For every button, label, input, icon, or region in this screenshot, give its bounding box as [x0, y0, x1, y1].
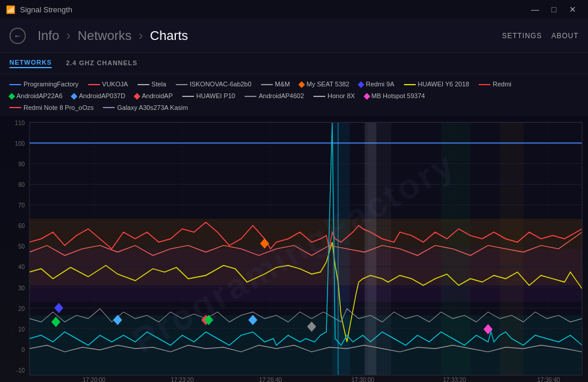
- header-nav: ← Info › Networks › Charts SETTINGS ABOU…: [0, 19, 588, 53]
- legend-item: Redmi Note 8 Pro_oOzs: [9, 102, 93, 114]
- legend-item: VUKOJA: [88, 79, 128, 91]
- svg-text:-10: -10: [16, 367, 25, 374]
- legend-line-icon: [245, 96, 256, 97]
- header-right: SETTINGS ABOUT: [502, 32, 579, 40]
- nav-sep-1: ›: [66, 28, 71, 43]
- legend-label: Redmi Note 8 Pro_oOzs: [24, 102, 93, 114]
- legend-label: Stela: [152, 79, 166, 91]
- svg-text:17:33:20: 17:33:20: [443, 376, 466, 382]
- svg-text:50: 50: [18, 243, 25, 250]
- titlebar-left: 📶 Signal Strength: [6, 5, 72, 14]
- legend-line-icon: [103, 107, 115, 108]
- svg-text:110: 110: [15, 119, 25, 127]
- legend-item: AndroidAP037D: [72, 91, 125, 102]
- nav-info[interactable]: Info: [33, 28, 64, 43]
- legend-label: ISKONOVAC-6ab2b0: [190, 79, 252, 91]
- chart-container: ProgramingFactory: [0, 116, 588, 382]
- svg-rect-9: [500, 123, 523, 376]
- legend-diamond-icon: [358, 81, 365, 88]
- svg-text:17:26:40: 17:26:40: [259, 376, 282, 382]
- legend-line-icon: [261, 84, 273, 85]
- close-button[interactable]: ✕: [563, 3, 582, 16]
- legend: ProgramingFactoryVUKOJAStelaISKONOVAC-6a…: [0, 74, 588, 116]
- legend-label: AndroidAP: [142, 91, 173, 102]
- legend-label: M&M: [275, 79, 290, 91]
- nav-networks[interactable]: Networks: [73, 28, 136, 43]
- tab-networks[interactable]: NETWORKS: [9, 59, 52, 68]
- svg-rect-4: [29, 316, 582, 376]
- svg-text:20: 20: [18, 304, 25, 312]
- legend-label: HUAWEI P10: [196, 91, 235, 102]
- signal-chart: 110 100 90 80 70 60 50 40 30 20 10 0 -10…: [0, 116, 588, 382]
- svg-text:40: 40: [18, 263, 25, 271]
- minimize-button[interactable]: —: [526, 3, 544, 16]
- legend-item: Stela: [138, 79, 166, 91]
- legend-line-icon: [479, 84, 490, 85]
- legend-line-icon: [404, 84, 416, 85]
- svg-text:70: 70: [18, 202, 25, 209]
- svg-text:17:23:20: 17:23:20: [171, 376, 194, 382]
- svg-text:17:20:00: 17:20:00: [83, 376, 106, 382]
- legend-label: Honor 8X: [328, 91, 355, 102]
- legend-item: HUAWEI P10: [182, 91, 235, 102]
- legend-diamond-icon: [8, 93, 15, 99]
- legend-line-icon: [182, 96, 194, 97]
- app-title: Signal Strength: [20, 5, 72, 14]
- svg-text:10: 10: [18, 325, 25, 333]
- svg-text:0: 0: [21, 346, 25, 354]
- subtabs: NETWORKS 2.4 GHZ CHANNELS: [0, 53, 588, 74]
- legend-line-icon: [9, 84, 21, 85]
- legend-item: MB Hotspot 59374: [365, 91, 425, 102]
- svg-text:17:30:00: 17:30:00: [352, 376, 375, 382]
- svg-text:17:36:40: 17:36:40: [537, 376, 560, 382]
- maximize-button[interactable]: □: [544, 3, 563, 16]
- legend-item: HUAWEI Y6 2018: [404, 79, 469, 91]
- legend-label: AndroidAP4602: [259, 91, 304, 102]
- legend-line-icon: [88, 84, 100, 85]
- back-button[interactable]: ←: [9, 28, 26, 44]
- window-controls: — □ ✕: [526, 3, 582, 16]
- svg-text:90: 90: [18, 160, 25, 168]
- legend-label: HUAWEI Y6 2018: [418, 79, 469, 91]
- legend-line-icon: [313, 96, 325, 97]
- svg-rect-8: [441, 123, 470, 376]
- legend-diamond-icon: [299, 81, 305, 88]
- svg-marker-49: [365, 123, 376, 376]
- about-link[interactable]: ABOUT: [552, 32, 579, 40]
- legend-label: My SEAT 5382: [306, 79, 349, 91]
- legend-item: Honor 8X: [313, 91, 355, 102]
- legend-label: VUKOJA: [102, 79, 128, 91]
- svg-text:80: 80: [18, 181, 25, 189]
- legend-line-icon: [138, 84, 149, 85]
- nav-charts[interactable]: Charts: [145, 28, 193, 43]
- legend-diamond-icon: [363, 93, 370, 99]
- legend-label: ProgramingFactory: [24, 79, 79, 91]
- legend-item: AndroidAP4602: [245, 91, 304, 102]
- titlebar: 📶 Signal Strength — □ ✕: [0, 0, 588, 19]
- legend-label: Redmi: [493, 79, 512, 91]
- svg-text:30: 30: [18, 284, 25, 291]
- legend-item: ISKONOVAC-6ab2b0: [176, 79, 252, 91]
- svg-rect-5: [29, 249, 582, 303]
- legend-line-icon: [176, 84, 188, 85]
- legend-diamond-icon: [71, 93, 78, 99]
- legend-label: AndroidAP22A6: [16, 91, 62, 102]
- legend-item: Redmi: [479, 79, 512, 91]
- svg-text:100: 100: [15, 140, 25, 148]
- legend-item: Redmi 9A: [359, 79, 394, 91]
- legend-line-icon: [9, 107, 21, 108]
- legend-item: Galaxy A30s273A Kasim: [103, 102, 188, 114]
- legend-item: M&M: [261, 79, 290, 91]
- legend-item: My SEAT 5382: [299, 79, 349, 91]
- legend-item: ProgramingFactory: [9, 79, 79, 91]
- tab-channels[interactable]: 2.4 GHZ CHANNELS: [66, 59, 138, 68]
- legend-diamond-icon: [134, 93, 141, 99]
- legend-label: MB Hotspot 59374: [372, 91, 425, 102]
- legend-item: AndroidAP: [135, 91, 173, 102]
- legend-label: AndroidAP037D: [79, 91, 125, 102]
- nav-sep-2: ›: [139, 28, 143, 43]
- svg-text:60: 60: [18, 222, 25, 230]
- settings-link[interactable]: SETTINGS: [502, 32, 542, 40]
- legend-label: Galaxy A30s273A Kasim: [117, 102, 188, 114]
- legend-item: AndroidAP22A6: [9, 91, 62, 102]
